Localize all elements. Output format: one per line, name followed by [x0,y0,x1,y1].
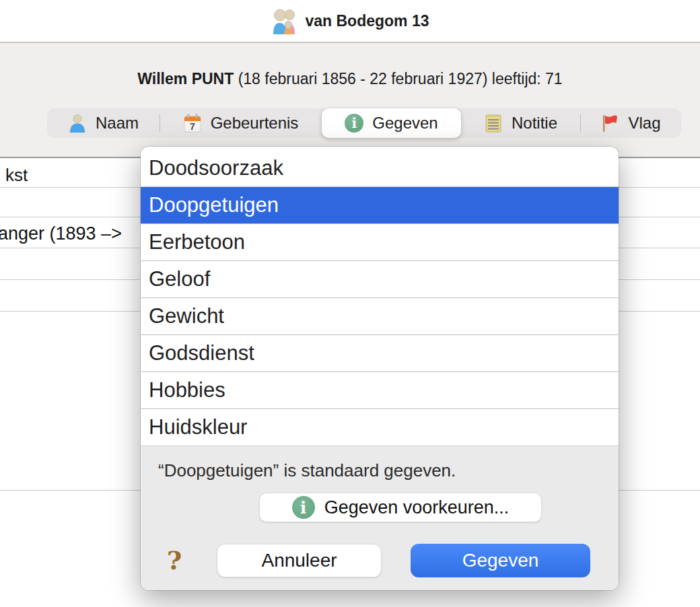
fact-row[interactable]: Hobbies [141,371,619,408]
tab-naam[interactable]: Naam [47,108,160,138]
person-details: (18 februari 1856 - 22 februari 1927) le… [234,70,562,87]
family-icon [271,7,298,34]
fact-picker-dialog: Doodsoorzaak Doopgetuigen Eerbetoon Gelo… [141,147,619,590]
flag-icon [600,114,619,133]
tab-notitie[interactable]: Notitie [461,108,580,138]
fact-row[interactable]: Doodsoorzaak [141,149,619,186]
fact-row[interactable]: Geloof [141,260,619,297]
tab-separator [580,114,581,132]
tab-gebeurtenis-label: Gebeurtenis [211,114,299,133]
default-fact-note: “Doopgetuigen” is standaard gegeven. [158,460,619,481]
cancel-button[interactable]: Annuleer [217,544,382,577]
tab-gebeurtenis[interactable]: 7 Gebeurtenis [160,108,322,138]
tab-gegeven-label: Gegeven [372,114,438,133]
info-icon: i [345,114,363,133]
person-name: Willem PUNT [137,70,234,87]
tab-gegeven[interactable]: i Gegeven [322,108,461,138]
tab-notitie-label: Notitie [512,114,557,133]
help-button[interactable]: ? [167,548,184,573]
window-title: van Bodegom 13 [305,12,429,30]
tab-vlag[interactable]: Vlag [580,108,681,138]
fact-row[interactable]: Godsdienst [141,334,619,371]
note-icon [484,114,503,133]
tab-bar: Naam 7 Gebeurtenis i Gegeven [47,108,681,138]
dialog-action-row: ? Annuleer Gegeven [141,544,619,577]
tab-separator [160,114,160,132]
person-header: Willem PUNT (18 februari 1856 - 22 febru… [0,70,700,88]
fact-preferences-button[interactable]: i Gegeven voorkeuren... [259,493,542,522]
info-icon: i [292,496,315,519]
fact-preferences-label: Gegeven voorkeuren... [324,497,510,518]
window-titlebar: van Bodegom 13 [0,0,700,42]
tab-vlag-label: Vlag [628,114,660,133]
fact-row[interactable]: Gewicht [141,297,619,334]
table-cell-partial[interactable]: anger (1893 –> [0,223,122,244]
header-panel: Willem PUNT (18 februari 1856 - 22 febru… [0,42,700,158]
person-icon [68,114,87,133]
table-cell-partial[interactable]: kst [5,165,28,186]
fact-row[interactable]: Eerbetoon [141,223,619,260]
tab-naam-label: Naam [96,114,139,133]
fact-list: Doodsoorzaak Doopgetuigen Eerbetoon Gelo… [141,147,619,445]
svg-text:7: 7 [190,121,195,132]
fact-row[interactable]: Huidskleur [141,408,619,445]
dialog-footer: “Doopgetuigen” is standaard gegeven. i G… [141,445,619,590]
calendar-icon: 7 [183,114,202,133]
fact-row-selected[interactable]: Doopgetuigen [141,186,619,223]
confirm-button[interactable]: Gegeven [411,544,590,577]
